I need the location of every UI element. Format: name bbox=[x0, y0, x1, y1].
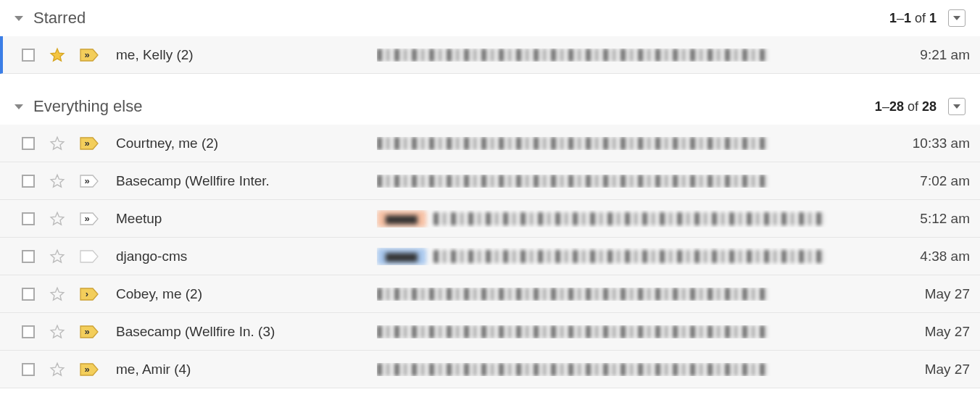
pagination-controls: 1–28 of 28 bbox=[875, 98, 966, 115]
timestamp: 7:02 am bbox=[876, 173, 970, 189]
email-row[interactable]: » Basecamp (Wellfire In. (3) May 27 bbox=[0, 313, 980, 351]
chevron-down-icon bbox=[953, 16, 960, 20]
star-icon[interactable] bbox=[49, 286, 65, 302]
timestamp: May 27 bbox=[876, 362, 970, 377]
sender: Meetup bbox=[116, 211, 377, 227]
subject-blurred bbox=[377, 288, 768, 301]
section-header: Starred 1–1 of 1 bbox=[0, 0, 980, 36]
timestamp: 10:33 am bbox=[876, 135, 970, 151]
email-row[interactable]: django-cms ▆▆▆▆ 4:38 am bbox=[0, 238, 980, 275]
importance-marker-icon[interactable]: » bbox=[80, 362, 99, 377]
pagination-of: of bbox=[915, 11, 926, 25]
svg-text:»: » bbox=[84, 326, 89, 337]
subject-snippet bbox=[377, 49, 876, 62]
section-title: Everything else bbox=[33, 97, 875, 116]
sender: django-cms bbox=[116, 249, 377, 264]
sender: Courtney, me (2) bbox=[116, 135, 377, 151]
subject-blurred bbox=[433, 212, 825, 225]
star-icon[interactable] bbox=[49, 47, 65, 63]
subject-snippet: ▆▆▆▆ bbox=[377, 248, 876, 265]
subject-snippet bbox=[377, 137, 876, 150]
subject-snippet: ▆▆▆▆ bbox=[377, 210, 876, 228]
svg-text:»: » bbox=[84, 138, 89, 149]
section-title: Starred bbox=[33, 9, 889, 28]
timestamp: May 27 bbox=[876, 324, 970, 340]
star-icon[interactable] bbox=[49, 324, 65, 340]
importance-marker-icon[interactable]: » bbox=[80, 174, 99, 188]
sender: Basecamp (Wellfire In. (3) bbox=[116, 324, 377, 340]
email-row[interactable]: » Basecamp (Wellfire Inter. 7:02 am bbox=[0, 162, 980, 200]
collapse-icon[interactable] bbox=[14, 16, 23, 21]
section: Everything else 1–28 of 28 » Courtney, m… bbox=[0, 88, 980, 388]
collapse-icon[interactable] bbox=[14, 104, 23, 109]
star-icon[interactable] bbox=[49, 211, 65, 227]
select-checkbox[interactable] bbox=[22, 49, 35, 62]
select-checkbox[interactable] bbox=[22, 363, 35, 376]
sender: me, Amir (4) bbox=[116, 362, 377, 377]
label-chip[interactable]: ▆▆▆▆ bbox=[377, 210, 426, 228]
page-total: 1 bbox=[929, 11, 937, 25]
star-icon[interactable] bbox=[49, 362, 65, 377]
select-checkbox[interactable] bbox=[22, 288, 35, 301]
svg-text:»: » bbox=[84, 364, 89, 375]
sender: Basecamp (Wellfire Inter. bbox=[116, 173, 377, 189]
timestamp: May 27 bbox=[876, 286, 970, 302]
importance-marker-icon[interactable]: › bbox=[80, 287, 99, 301]
select-checkbox[interactable] bbox=[22, 212, 35, 225]
select-checkbox[interactable] bbox=[22, 250, 35, 263]
star-icon[interactable] bbox=[49, 173, 65, 189]
timestamp: 4:38 am bbox=[876, 249, 970, 264]
select-checkbox[interactable] bbox=[22, 325, 35, 338]
subject-snippet bbox=[377, 363, 876, 376]
subject-blurred bbox=[433, 250, 825, 263]
page-start: 1 bbox=[889, 11, 897, 25]
timestamp: 5:12 am bbox=[876, 211, 970, 227]
subject-snippet bbox=[377, 325, 876, 338]
subject-snippet bbox=[377, 288, 876, 301]
subject-blurred bbox=[377, 49, 768, 62]
importance-marker-icon[interactable]: » bbox=[80, 136, 99, 151]
email-row[interactable]: › Cobey, me (2) May 27 bbox=[0, 275, 980, 313]
svg-text:»: » bbox=[84, 213, 89, 224]
pagination-dropdown-button[interactable] bbox=[948, 9, 966, 27]
subject-snippet bbox=[377, 175, 876, 188]
sender: me, Kelly (2) bbox=[116, 47, 377, 63]
pagination-dropdown-button[interactable] bbox=[948, 98, 966, 115]
email-row[interactable]: » me, Amir (4) May 27 bbox=[0, 351, 980, 388]
subject-blurred bbox=[377, 363, 768, 376]
sender: Cobey, me (2) bbox=[116, 286, 377, 302]
importance-marker-icon[interactable] bbox=[80, 249, 99, 264]
page-end: 1 bbox=[904, 11, 911, 25]
email-row[interactable]: » Meetup ▆▆▆▆ 5:12 am bbox=[0, 200, 980, 238]
star-icon[interactable] bbox=[49, 249, 65, 264]
svg-text:»: » bbox=[84, 175, 89, 186]
svg-text:›: › bbox=[86, 288, 88, 299]
page-total: 28 bbox=[922, 99, 937, 114]
select-checkbox[interactable] bbox=[22, 175, 35, 188]
page-end: 28 bbox=[889, 99, 904, 114]
pagination-text: 1–1 of 1 bbox=[889, 11, 937, 26]
chevron-down-icon bbox=[953, 104, 960, 109]
svg-text:»: » bbox=[84, 49, 89, 60]
subject-blurred bbox=[377, 325, 768, 338]
section-header: Everything else 1–28 of 28 bbox=[0, 88, 980, 125]
select-checkbox[interactable] bbox=[22, 137, 35, 150]
pagination-of: of bbox=[908, 99, 918, 114]
pagination-text: 1–28 of 28 bbox=[875, 99, 937, 114]
section: Starred 1–1 of 1 » me, Kelly (2) 9:21 am bbox=[0, 0, 980, 74]
star-icon[interactable] bbox=[49, 135, 65, 151]
email-row[interactable]: » Courtney, me (2) 10:33 am bbox=[0, 125, 980, 162]
subject-blurred bbox=[377, 175, 768, 188]
label-chip[interactable]: ▆▆▆▆ bbox=[377, 248, 426, 265]
pagination-controls: 1–1 of 1 bbox=[889, 9, 966, 27]
subject-blurred bbox=[377, 137, 768, 150]
page-start: 1 bbox=[875, 99, 882, 114]
importance-marker-icon[interactable]: » bbox=[80, 212, 99, 226]
email-row[interactable]: » me, Kelly (2) 9:21 am bbox=[0, 36, 980, 74]
timestamp: 9:21 am bbox=[876, 47, 970, 63]
importance-marker-icon[interactable]: » bbox=[80, 325, 99, 339]
importance-marker-icon[interactable]: » bbox=[80, 48, 99, 62]
